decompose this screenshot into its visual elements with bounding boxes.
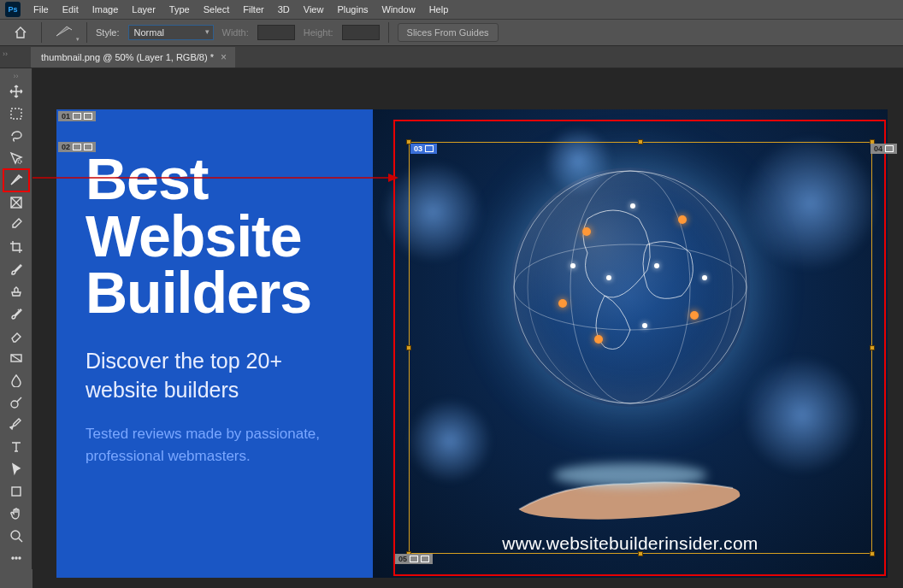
slice-tag-02[interactable]: 02 [58, 142, 96, 152]
menu-plugins[interactable]: Plugins [331, 2, 374, 17]
menu-window[interactable]: Window [376, 2, 422, 17]
menu-3d[interactable]: 3D [272, 2, 296, 17]
close-icon[interactable]: × [221, 51, 227, 63]
divider [41, 22, 42, 43]
svg-point-6 [11, 531, 20, 539]
more-tools[interactable] [3, 547, 29, 569]
artboard-image-panel: www.websitebuilderinsider.com [373, 109, 888, 578]
pen-tool[interactable] [3, 414, 29, 436]
eraser-tool[interactable] [3, 325, 29, 347]
menu-image[interactable]: Image [86, 2, 125, 17]
gradient-tool[interactable] [3, 347, 29, 369]
menu-layer[interactable]: Layer [126, 2, 162, 17]
document-tab-title: thumbnail.png @ 50% (Layer 1, RGB/8) * [41, 52, 214, 62]
height-input[interactable] [342, 25, 380, 40]
height-label: Height: [304, 27, 333, 38]
slice-tag-05[interactable]: 05 [395, 554, 433, 564]
blur-tool[interactable] [3, 369, 29, 391]
slice-tool-icon[interactable]: ▾ [50, 23, 78, 42]
svg-point-4 [11, 401, 18, 408]
menu-edit[interactable]: Edit [56, 2, 85, 17]
home-button[interactable] [9, 23, 32, 42]
menu-bar: Ps File Edit Image Layer Type Select Fil… [0, 0, 903, 19]
slice-tag-01[interactable]: 01 [58, 111, 96, 121]
brush-tool[interactable] [3, 258, 29, 280]
style-select[interactable]: Normal [128, 25, 214, 40]
menu-type[interactable]: Type [163, 2, 196, 17]
svg-point-7 [12, 557, 14, 559]
app-logo: Ps [5, 2, 21, 17]
url-text: www.websitebuilderinsider.com [373, 533, 888, 554]
hand-tool[interactable] [3, 503, 29, 525]
menu-view[interactable]: View [298, 2, 330, 17]
slice-tag-03[interactable]: 03 [410, 144, 437, 154]
marquee-tool[interactable] [3, 103, 29, 125]
slices-from-guides-button[interactable]: Slices From Guides [398, 23, 499, 42]
canvas-area[interactable]: Best Website Builders Discover the top 2… [32, 68, 903, 588]
dodge-tool[interactable] [3, 391, 29, 414]
document-tab[interactable]: thumbnail.png @ 50% (Layer 1, RGB/8) * × [31, 47, 235, 68]
svg-point-8 [15, 557, 17, 559]
hand-graphic [511, 450, 750, 526]
crop-tool[interactable] [3, 236, 29, 258]
svg-point-1 [18, 160, 21, 163]
style-label: Style: [96, 27, 120, 38]
slice-tool[interactable] [3, 169, 29, 191]
lasso-tool[interactable] [3, 125, 29, 147]
menu-select[interactable]: Select [198, 2, 236, 17]
globe-graphic [511, 168, 750, 407]
svg-point-11 [514, 244, 747, 330]
subheading-text: Discover the top 20+ website builders [86, 347, 347, 405]
svg-point-14 [553, 463, 707, 487]
artboard[interactable]: Best Website Builders Discover the top 2… [56, 109, 888, 578]
headline-text: Best Website Builders [86, 150, 347, 321]
tagline-text: Tested reviews made by passionate, profe… [86, 423, 347, 467]
quick-select-tool[interactable] [3, 147, 29, 169]
tabbar-handle-icon[interactable]: ›› [3, 50, 8, 58]
divider [388, 22, 389, 43]
type-tool[interactable] [3, 436, 29, 458]
artboard-left-panel: Best Website Builders Discover the top 2… [56, 109, 373, 578]
frame-tool[interactable] [3, 191, 29, 214]
width-label: Width: [222, 27, 249, 38]
menu-filter[interactable]: Filter [237, 2, 269, 17]
zoom-tool[interactable] [3, 525, 29, 547]
divider [86, 22, 87, 43]
options-bar: ▾ Style: Normal Width: Height: Slices Fr… [0, 19, 903, 46]
svg-rect-5 [12, 487, 21, 496]
eyedropper-tool[interactable] [3, 214, 29, 236]
path-select-tool[interactable] [3, 458, 29, 480]
svg-point-9 [19, 557, 21, 559]
svg-rect-0 [11, 109, 21, 119]
width-input[interactable] [257, 25, 295, 40]
menu-file[interactable]: File [27, 2, 55, 17]
slice-tag-04[interactable]: 04 [871, 144, 897, 154]
tools-panel: ›› [0, 68, 32, 569]
clone-stamp-tool[interactable] [3, 280, 29, 303]
document-tab-bar: thumbnail.png @ 50% (Layer 1, RGB/8) * × [0, 46, 903, 68]
toolbox-handle-icon[interactable]: ›› [0, 74, 32, 80]
menu-help[interactable]: Help [423, 2, 455, 17]
move-tool[interactable] [3, 80, 29, 103]
history-brush-tool[interactable] [3, 303, 29, 325]
shape-tool[interactable] [3, 480, 29, 503]
